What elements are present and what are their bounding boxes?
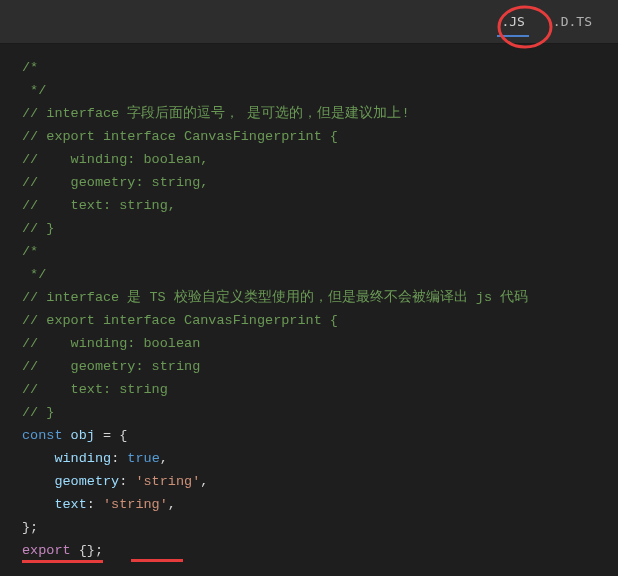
identifier: text <box>22 497 87 512</box>
tab-dts[interactable]: .D.TS <box>539 8 606 35</box>
code-line: // geometry: string, <box>22 171 618 194</box>
code-line: text: 'string', <box>22 493 618 516</box>
identifier: geometry <box>22 474 119 489</box>
punct: = { <box>103 428 127 443</box>
code-line: // export interface CanvasFingerprint { <box>22 309 618 332</box>
code-line: // } <box>22 401 618 424</box>
code-line: /* <box>22 56 618 79</box>
keyword-const: const <box>22 428 63 443</box>
punct: , <box>200 474 208 489</box>
punct: , <box>160 451 168 466</box>
code-line: // text: string <box>22 378 618 401</box>
punct: , <box>168 497 176 512</box>
tabs-container: .JS .D.TS <box>487 8 606 35</box>
code-line: geometry: 'string', <box>22 470 618 493</box>
code-line: // geometry: string <box>22 355 618 378</box>
code-line: }; <box>22 516 618 539</box>
string-literal: 'string' <box>103 497 168 512</box>
code-line: */ <box>22 263 618 286</box>
code-line: // export interface CanvasFingerprint { <box>22 125 618 148</box>
punct: : <box>119 474 135 489</box>
tab-js[interactable]: .JS <box>487 8 538 35</box>
code-line: // interface 字段后面的逗号， 是可选的，但是建议加上! <box>22 102 618 125</box>
code-line: // winding: boolean, <box>22 148 618 171</box>
code-line: // interface 是 TS 校验自定义类型使用的，但是最终不会被编译出 … <box>22 286 618 309</box>
keyword-export: export <box>22 543 71 558</box>
boolean-true: true <box>127 451 159 466</box>
identifier: obj <box>63 428 104 443</box>
code-line: // } <box>22 217 618 240</box>
code-line: */ <box>22 79 618 102</box>
string-literal: 'string' <box>135 474 200 489</box>
punct: : <box>111 451 127 466</box>
punct: : <box>87 497 103 512</box>
code-line: export {}; <box>22 539 618 563</box>
code-line: winding: true, <box>22 447 618 470</box>
code-line: /* <box>22 240 618 263</box>
code-line: const obj = { <box>22 424 618 447</box>
annotation-underline <box>131 559 183 562</box>
identifier: winding <box>22 451 111 466</box>
code-editor[interactable]: /* */ // interface 字段后面的逗号， 是可选的，但是建议加上!… <box>0 44 618 576</box>
punct: {}; <box>71 543 103 558</box>
code-line: // winding: boolean <box>22 332 618 355</box>
code-line: // text: string, <box>22 194 618 217</box>
editor-header: .JS .D.TS <box>0 0 618 44</box>
